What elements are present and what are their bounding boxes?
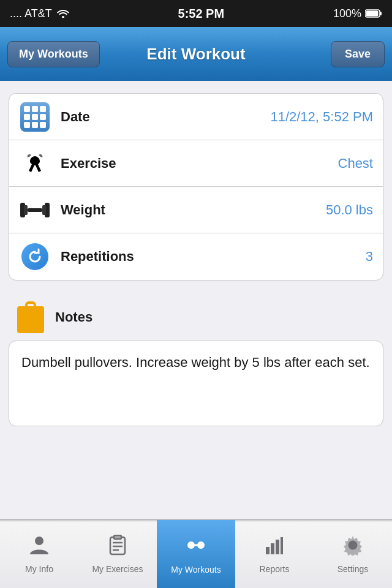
date-row[interactable]: Date 11/2/12, 5:52 PM [9, 94, 383, 140]
svg-rect-21 [281, 537, 283, 554]
weight-label: Weight [61, 202, 326, 218]
status-time: 5:52 PM [178, 7, 225, 21]
tab-my-workouts[interactable]: My Workouts [157, 520, 235, 588]
svg-rect-7 [42, 205, 46, 215]
weight-value: 50.0 lbs [326, 202, 373, 218]
svg-rect-2 [366, 11, 378, 17]
svg-rect-6 [24, 205, 28, 215]
person-icon [29, 535, 50, 560]
wifi-icon [57, 9, 69, 18]
clipboard-icon [107, 535, 128, 560]
battery-icon [365, 9, 382, 18]
svg-rect-18 [266, 547, 270, 554]
back-button[interactable]: My Workouts [7, 41, 100, 67]
tab-my-workouts-label: My Workouts [171, 565, 221, 575]
weight-icon [19, 194, 51, 226]
svg-rect-19 [271, 543, 274, 554]
save-button[interactable]: Save [331, 41, 385, 67]
svg-point-9 [35, 537, 43, 545]
svg-point-24 [351, 543, 355, 547]
status-battery: 100% [333, 7, 382, 20]
notes-card[interactable]: Dumbell pullovers. Increase weight by 5 … [9, 341, 383, 426]
repetitions-row[interactable]: Repetitions 3 [9, 233, 383, 280]
svg-point-0 [62, 16, 64, 18]
svg-rect-20 [276, 540, 279, 554]
svg-rect-8 [28, 208, 42, 212]
content-area: Date 11/2/12, 5:52 PM Exercise Chest [0, 81, 392, 439]
date-label: Date [61, 109, 270, 125]
exercise-icon [19, 148, 51, 179]
tab-settings[interactable]: Settings [314, 520, 392, 588]
nav-bar: My Workouts Edit Workout Save [0, 27, 392, 81]
tab-my-exercises-label: My Exercises [92, 564, 143, 574]
tab-my-info-label: My Info [25, 564, 53, 574]
svg-rect-3 [380, 12, 382, 15]
repetitions-label: Repetitions [61, 249, 366, 265]
exercise-label: Exercise [61, 156, 338, 172]
exercise-value: Chest [338, 156, 373, 172]
tab-reports[interactable]: Reports [235, 520, 314, 588]
status-bar: .... AT&T 5:52 PM 100% [0, 0, 392, 27]
tab-my-exercises[interactable]: My Exercises [78, 520, 157, 588]
status-carrier: .... AT&T [10, 7, 69, 20]
workout-fields-card: Date 11/2/12, 5:52 PM Exercise Chest [9, 93, 383, 281]
weight-row[interactable]: Weight 50.0 lbs [9, 187, 383, 233]
date-value: 11/2/12, 5:52 PM [270, 109, 373, 125]
notes-label: Notes [55, 309, 92, 325]
tab-settings-label: Settings [337, 564, 369, 574]
repetitions-value: 3 [366, 249, 373, 265]
gear-icon [342, 535, 363, 560]
calendar-icon [19, 101, 51, 133]
exercise-row[interactable]: Exercise Chest [9, 140, 383, 187]
notes-text: Dumbell pullovers. Increase weight by 5 … [21, 355, 370, 370]
svg-rect-11 [114, 535, 121, 539]
chart-icon [264, 535, 285, 560]
tab-my-info[interactable]: My Info [0, 520, 78, 588]
page-title: Edit Workout [146, 45, 245, 64]
notes-icon [17, 301, 47, 333]
tab-bar: My Info My Exercises My Workouts [0, 519, 392, 588]
repetitions-icon [19, 241, 51, 273]
tab-reports-label: Reports [259, 564, 289, 574]
notes-header: Notes [9, 295, 383, 341]
workouts-icon [185, 534, 207, 561]
